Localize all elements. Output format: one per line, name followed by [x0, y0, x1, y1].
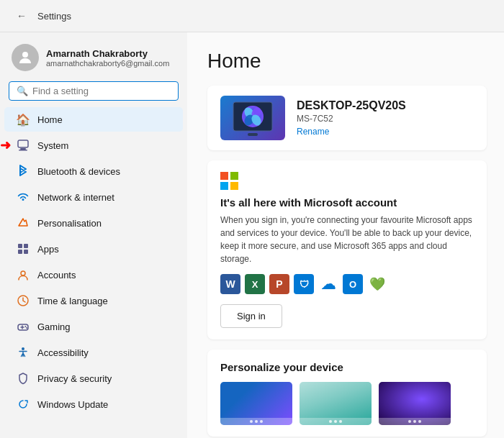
- profile-name: Amarnath Chakraborty: [46, 48, 169, 59]
- wallpaper-3[interactable]: [379, 382, 451, 425]
- svg-rect-7: [24, 250, 28, 254]
- bluetooth-icon: [16, 164, 30, 178]
- gaming-icon: [16, 319, 30, 334]
- taskbar-1: [220, 418, 292, 425]
- ms-logo-blue: [220, 182, 228, 190]
- sidebar-item-bluetooth[interactable]: Bluetooth & devices: [4, 159, 183, 183]
- ms-logo-green: [230, 172, 238, 180]
- powerpoint-icon: P: [269, 274, 289, 294]
- update-icon: [16, 397, 30, 411]
- onedrive-icon: ☁: [318, 274, 338, 294]
- sidebar-item-update[interactable]: Windows Update: [4, 392, 183, 416]
- taskbar-3: [379, 418, 451, 425]
- device-model: MS-7C52: [297, 114, 406, 124]
- title-bar: ← Settings: [0, 0, 504, 32]
- profile-section[interactable]: Amarnath Chakraborty amarnathchakraborty…: [0, 38, 187, 81]
- sidebar-item-gaming[interactable]: Gaming: [4, 314, 183, 339]
- health-icon: 💚: [367, 274, 387, 294]
- privacy-icon: [16, 371, 30, 385]
- search-icon: 🔍: [17, 86, 28, 96]
- ms-logo-red: [220, 172, 228, 180]
- sign-in-button[interactable]: Sign in: [220, 304, 282, 328]
- wallpaper-thumbnails: [220, 382, 474, 425]
- svg-point-0: [22, 52, 28, 58]
- ms-card-desc: When you sign in, you're connecting your…: [220, 214, 474, 265]
- svg-point-13: [22, 347, 24, 350]
- ms-account-card: It's all here with Microsoft account Whe…: [207, 160, 487, 339]
- device-card: DESKTOP-25QV20S MS-7C52 Rename: [207, 86, 487, 150]
- main-content: Home: [187, 32, 504, 438]
- ms-app-icons: W X P 🛡 ☁ O 💚: [220, 274, 474, 294]
- arrow-indicator: ➜: [0, 137, 11, 153]
- svg-rect-4: [18, 244, 22, 248]
- apps-icon: [16, 242, 30, 256]
- personalisation-icon: [16, 216, 30, 230]
- device-thumbnail: [220, 96, 285, 140]
- avatar: [12, 44, 39, 71]
- home-icon: 🏠: [16, 112, 30, 127]
- ms-logo-yellow: [230, 182, 238, 190]
- accounts-icon: [16, 268, 30, 282]
- sidebar-item-apps[interactable]: Apps: [4, 237, 183, 261]
- sidebar-item-personalisation[interactable]: Personalisation: [4, 211, 183, 235]
- back-button[interactable]: ←: [12, 6, 32, 26]
- svg-point-8: [21, 271, 25, 275]
- microsoft-logo: [220, 172, 239, 191]
- sidebar-item-accounts[interactable]: Accounts: [4, 263, 183, 287]
- ms-card-title: It's all here with Microsoft account: [220, 196, 474, 209]
- outlook-icon: O: [343, 274, 363, 294]
- svg-rect-1: [18, 140, 28, 147]
- svg-rect-5: [24, 244, 28, 248]
- window-title: Settings: [37, 11, 71, 22]
- svg-point-12: [26, 327, 27, 329]
- search-input[interactable]: [32, 86, 171, 96]
- personalize-card: Personalize your device: [207, 350, 487, 437]
- sidebar-item-time[interactable]: Time & language: [4, 288, 183, 313]
- page-title: Home: [207, 50, 487, 73]
- sidebar-item-home[interactable]: 🏠 Home: [4, 107, 183, 132]
- sidebar-item-privacy[interactable]: Privacy & security: [4, 366, 183, 391]
- main-layout: Amarnath Chakraborty amarnathchakraborty…: [0, 32, 504, 438]
- svg-point-11: [25, 326, 27, 327]
- sidebar: Amarnath Chakraborty amarnathchakraborty…: [0, 32, 187, 438]
- taskbar-2: [300, 418, 372, 425]
- profile-email: amarnathchakraborty6@gmail.com: [46, 59, 169, 68]
- device-info: DESKTOP-25QV20S MS-7C52 Rename: [297, 99, 406, 137]
- sidebar-item-accessibility[interactable]: Accessibility: [4, 340, 183, 365]
- sidebar-item-system[interactable]: ➜ System: [4, 133, 183, 158]
- profile-info: Amarnath Chakraborty amarnathchakraborty…: [46, 48, 169, 68]
- defender-icon: 🛡: [294, 274, 314, 294]
- device-name: DESKTOP-25QV20S: [297, 99, 406, 112]
- wallpaper-1[interactable]: [220, 382, 292, 425]
- word-icon: W: [220, 274, 240, 294]
- svg-rect-20: [248, 133, 258, 136]
- rename-link[interactable]: Rename: [297, 127, 406, 137]
- svg-rect-3: [19, 150, 27, 151]
- search-box[interactable]: 🔍: [9, 81, 179, 101]
- accessibility-icon: [16, 345, 30, 360]
- sidebar-item-network[interactable]: Network & internet: [4, 185, 183, 209]
- time-icon: [16, 293, 30, 308]
- excel-icon: X: [245, 274, 265, 294]
- personalize-title: Personalize your device: [220, 361, 474, 373]
- system-icon: [16, 138, 30, 152]
- svg-rect-6: [18, 250, 22, 254]
- svg-rect-2: [20, 148, 26, 150]
- network-icon: [16, 190, 30, 204]
- wallpaper-2[interactable]: [300, 382, 372, 425]
